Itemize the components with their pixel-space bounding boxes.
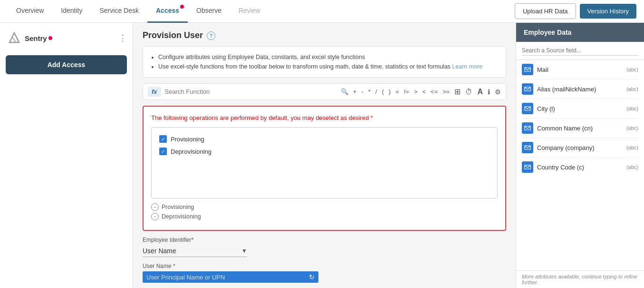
text-icon[interactable]: A: [477, 88, 483, 96]
plus-icon[interactable]: +: [353, 88, 357, 95]
nav-service-desk[interactable]: Service Desk: [91, 0, 147, 23]
formula-bar: fx 🔍 + - * / ( ) = != > < <= >= ⊞ ⏱ A ℹ …: [143, 83, 506, 100]
ops-inner-box: ✓ Provisioning ✓ Deprovisioning: [151, 127, 498, 199]
dropdown-arrow-icon: ▼: [241, 248, 247, 254]
main-layout: Sentry ⋮ Add Access Provision User ? Con…: [0, 23, 644, 288]
fx-label: fx: [148, 87, 161, 97]
panel-item-name: Alias (mailNickName): [537, 86, 623, 93]
divide-icon[interactable]: /: [375, 88, 377, 95]
field-type-icon: [522, 64, 533, 75]
panel-item-name: City (l): [537, 105, 623, 112]
panel-item-name: Country Code (c): [537, 164, 623, 171]
footer-deprovisioning: − Deprovisioning: [151, 213, 498, 220]
top-nav: Overview Identity Service Desk Access Ob…: [0, 0, 644, 23]
deprovisioning-checkbox[interactable]: ✓: [159, 148, 167, 155]
equals-icon[interactable]: =: [395, 88, 399, 95]
employee-identifier-select[interactable]: User Name ▼: [143, 245, 247, 257]
learn-more-link[interactable]: Learn more: [452, 63, 482, 70]
lt-icon[interactable]: <: [422, 88, 426, 95]
panel-search-input[interactable]: [522, 46, 638, 56]
multiply-icon[interactable]: *: [368, 88, 371, 95]
user-name-input[interactable]: [146, 274, 306, 281]
panel-item-type: (abc): [626, 86, 638, 92]
gte-icon[interactable]: >=: [442, 88, 450, 95]
list-item[interactable]: Mail (abc): [522, 60, 638, 79]
user-name-label: User Name *: [143, 263, 506, 269]
deprovisioning-remove-icon[interactable]: −: [151, 213, 159, 220]
svg-point-0: [10, 41, 11, 43]
nav-overview[interactable]: Overview: [8, 0, 52, 23]
employee-identifier-group: Employee Identifier* User Name ▼: [143, 237, 506, 257]
list-item[interactable]: City (l) (abc): [522, 99, 638, 119]
info-icon[interactable]: ℹ: [488, 88, 490, 96]
formula-icons: 🔍 + - * / ( ) = != > < <= >= ⊞ ⏱ A ℹ ⚙: [341, 87, 501, 96]
help-icon[interactable]: ?: [207, 31, 215, 40]
panel-item-name: Mail: [537, 66, 623, 73]
add-access-button[interactable]: Add Access: [6, 55, 127, 74]
provisioning-remove-icon[interactable]: −: [151, 203, 159, 211]
footer-provisioning: − Provisioning: [151, 203, 498, 211]
field-type-icon: [522, 142, 533, 153]
sentry-status-badge: [48, 36, 52, 40]
employee-identifier-label: Employee Identifier*: [143, 237, 506, 243]
search-icon[interactable]: 🔍: [341, 88, 348, 95]
list-item[interactable]: Country Code (c) (abc): [522, 158, 638, 177]
field-type-icon: [522, 103, 533, 114]
field-type-icon: [522, 161, 533, 173]
panel-item-type: (abc): [626, 164, 638, 170]
right-panel: Employee Data Mail (abc) Alias (mailNick…: [516, 23, 644, 288]
required-marker: *: [371, 114, 373, 121]
panel-search: [516, 42, 644, 60]
panel-item-type: (abc): [626, 67, 638, 72]
list-item[interactable]: Common Name (cn) (abc): [522, 119, 638, 138]
list-item[interactable]: Company (company) (abc): [522, 138, 638, 158]
main-content: Provision User ? Configure attributes us…: [133, 23, 516, 288]
notequals-icon[interactable]: !=: [404, 88, 409, 95]
upload-hr-button[interactable]: Upload HR Data: [515, 3, 576, 19]
operations-container: The following operations are performed b…: [143, 106, 506, 231]
user-name-group: User Name * ↻: [143, 263, 506, 283]
refresh-icon[interactable]: ↻: [309, 273, 315, 281]
ops-footer: − Provisioning − Deprovisioning: [151, 203, 498, 220]
nav-identity[interactable]: Identity: [52, 0, 91, 23]
panel-item-name: Company (company): [537, 144, 623, 151]
sidebar: Sentry ⋮ Add Access: [0, 23, 133, 288]
sentry-logo-icon: [6, 30, 21, 46]
provisioning-checkbox[interactable]: ✓: [159, 135, 167, 143]
lte-icon[interactable]: <=: [431, 88, 438, 95]
nav-observe[interactable]: Observe: [188, 0, 230, 23]
list-item[interactable]: Alias (mailNickName) (abc): [522, 79, 638, 99]
info-line-2: Use excel-style functions from the toolb…: [158, 62, 498, 71]
nav-review[interactable]: Review: [230, 0, 269, 23]
version-history-button[interactable]: Version History: [580, 4, 636, 19]
field-type-icon: [522, 122, 533, 134]
panel-item-type: (abc): [626, 145, 638, 150]
minus-icon[interactable]: -: [361, 88, 363, 95]
search-function-input[interactable]: [165, 88, 337, 95]
transform-icon[interactable]: ⚙: [495, 88, 501, 96]
sidebar-header: Sentry ⋮: [6, 29, 127, 48]
panel-item-type: (abc): [626, 125, 638, 131]
grid-icon[interactable]: ⊞: [454, 87, 461, 96]
info-line-1: Configure attributes using Employee Data…: [158, 52, 498, 62]
user-name-input-container: ↻: [143, 271, 318, 283]
panel-items-list: Mail (abc) Alias (mailNickName) (abc) Ci…: [516, 60, 644, 270]
sidebar-menu-icon[interactable]: ⋮: [118, 33, 127, 43]
panel-header: Employee Data: [516, 23, 644, 42]
clock-icon[interactable]: ⏱: [465, 88, 472, 96]
page-title: Provision User ?: [143, 30, 506, 40]
ops-title: The following operations are performed b…: [151, 114, 498, 121]
lparen-icon[interactable]: (: [382, 88, 384, 95]
panel-footer: More attributes available, continue typi…: [516, 270, 644, 288]
deprovisioning-checkbox-row: ✓ Deprovisioning: [159, 148, 490, 155]
panel-item-name: Common Name (cn): [537, 125, 623, 132]
gt-icon[interactable]: >: [414, 88, 418, 95]
panel-item-type: (abc): [626, 106, 638, 111]
provisioning-checkbox-row: ✓ Provisioning: [159, 135, 490, 143]
access-badge: [180, 5, 184, 9]
rparen-icon[interactable]: ): [389, 88, 391, 95]
sentry-label: Sentry: [25, 34, 52, 42]
nav-access[interactable]: Access: [147, 0, 188, 23]
field-type-icon: [522, 83, 533, 95]
sidebar-logo: Sentry: [6, 30, 52, 46]
